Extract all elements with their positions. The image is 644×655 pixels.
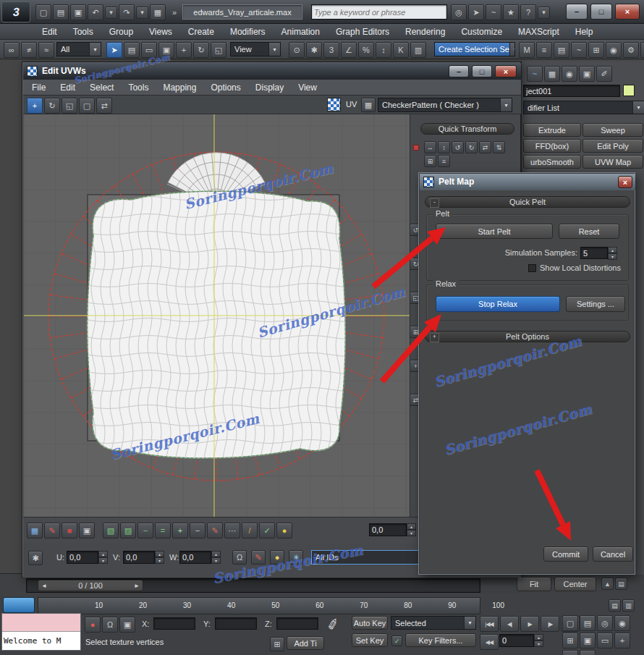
time-tag-grid-icon[interactable]: ⊞: [270, 637, 284, 651]
isolate-selection-icon[interactable]: ▢: [562, 615, 578, 631]
selection-set-keying-dropdown[interactable]: Selected▾: [391, 616, 476, 630]
fit-button[interactable]: Fit: [517, 577, 551, 591]
curve-editor-icon[interactable]: ~: [571, 42, 587, 58]
object-name-field[interactable]: ject001: [523, 85, 620, 97]
freeze-snowflake-icon[interactable]: ✳: [289, 550, 303, 565]
redo-icon[interactable]: ↷: [119, 4, 135, 20]
qt-move-v-icon[interactable]: ↕: [438, 141, 450, 153]
chevron-down-icon[interactable]: ▾: [464, 617, 475, 629]
expand-plus-icon[interactable]: +: [430, 333, 439, 342]
pen-icon[interactable]: ✐: [325, 614, 341, 635]
absolute-offset-icon[interactable]: ▣: [119, 617, 135, 633]
current-frame-field[interactable]: [499, 634, 534, 647]
modifier-turbosmooth-button[interactable]: urboSmooth: [523, 155, 581, 169]
close-button[interactable]: ×: [615, 4, 640, 20]
menu-create[interactable]: Create: [188, 27, 214, 37]
redo-dropdown-icon[interactable]: ▾: [136, 7, 148, 19]
start-pelt-button[interactable]: Start Pelt: [436, 224, 553, 239]
euv-menu-options[interactable]: Options: [211, 83, 240, 93]
zoom-all-icon[interactable]: ◉: [614, 615, 630, 631]
align-icon[interactable]: ≡: [536, 42, 552, 58]
window-crossing-icon[interactable]: ▣: [158, 42, 174, 58]
simulation-samples-spinner[interactable]: ▴▾: [608, 247, 617, 259]
falloff-spinner[interactable]: ▴▾: [407, 523, 416, 536]
open-file-icon[interactable]: ▤: [53, 4, 69, 20]
time-slider-left-icon[interactable]: ◄: [41, 583, 47, 589]
copy-uv-icon[interactable]: ▣: [79, 523, 95, 538]
modifier-extrude-button[interactable]: Extrude: [523, 123, 581, 137]
next-frame-icon[interactable]: |▶: [541, 616, 559, 632]
mini-curve-editor-button[interactable]: [3, 597, 35, 613]
modifier-ffd-button[interactable]: FFD(box): [523, 139, 581, 153]
target-weld-icon[interactable]: +: [172, 523, 188, 538]
display-filter-icon[interactable]: ▤: [580, 615, 596, 631]
reset-button[interactable]: Reset: [559, 224, 619, 239]
move-uv-icon[interactable]: +: [27, 98, 43, 114]
quick-transform-rollout[interactable]: Quick Transform: [420, 123, 514, 135]
zoom-extents-all-icon[interactable]: ▣: [580, 633, 596, 648]
show-end-result-icon[interactable]: ▦: [544, 66, 560, 82]
remove-modifier-icon[interactable]: ▣: [579, 66, 595, 82]
pelt-map-titlebar[interactable]: Pelt Map ×: [420, 174, 635, 190]
center-button[interactable]: Center: [554, 577, 596, 591]
edit-uvws-close-button[interactable]: ×: [495, 65, 517, 77]
key-check-icon[interactable]: ✓: [391, 635, 402, 646]
qt-rotate-cw-icon[interactable]: ↻: [465, 141, 478, 153]
material-editor-icon[interactable]: ◉: [606, 42, 622, 58]
named-selection-set-dropdown[interactable]: Create Selection Se▾: [434, 42, 515, 56]
make-unique-icon[interactable]: ◉: [562, 66, 577, 82]
weld-selected-icon[interactable]: =: [155, 523, 171, 538]
selection-filter-dropdown[interactable]: All▾: [56, 42, 101, 56]
chevron-down-icon[interactable]: ▾: [500, 98, 512, 111]
menu-modifiers[interactable]: Modifiers: [230, 27, 266, 37]
euv-menu-view[interactable]: View: [298, 83, 317, 93]
paint-select-icon[interactable]: ✎: [44, 523, 60, 538]
save-file-icon[interactable]: ▣: [70, 4, 86, 20]
collapse-minus-icon[interactable]: -: [430, 198, 439, 208]
track-bar-ruler[interactable]: 102030405060708090100: [38, 597, 480, 614]
chevron-down-icon[interactable]: ▾: [89, 43, 101, 56]
scale-uv-icon[interactable]: ◱: [62, 98, 77, 114]
v-spinner[interactable]: ▴▾: [155, 551, 164, 564]
previous-key-icon[interactable]: ◀◀: [480, 634, 499, 650]
x-coordinate-field[interactable]: [153, 617, 195, 630]
checker-pattern-dropdown[interactable]: CheckerPattern ( Checker )▾: [378, 98, 512, 112]
cancel-button[interactable]: Cancel: [593, 546, 633, 562]
fit-grid-icon[interactable]: ▤: [615, 578, 627, 590]
zoom-region-icon[interactable]: ▭: [597, 633, 613, 648]
select-object-icon[interactable]: ➤: [106, 42, 122, 58]
show-local-distortions-checkbox[interactable]: [528, 264, 536, 272]
edit-uvws-minimize-button[interactable]: –: [449, 65, 469, 77]
u-spinner[interactable]: ▴▾: [98, 551, 108, 564]
euv-menu-display[interactable]: Display: [255, 83, 284, 93]
paint-brush-icon[interactable]: ✎: [251, 550, 266, 565]
w-value-field[interactable]: [179, 551, 211, 564]
chevron-down-icon[interactable]: ▾: [632, 101, 644, 114]
falloff-value-field[interactable]: [369, 523, 407, 536]
euv-menu-mapping[interactable]: Mapping: [163, 83, 196, 93]
time-slider-right-icon[interactable]: ►: [134, 583, 140, 589]
frame-spinner[interactable]: ▴▾: [534, 634, 543, 647]
spinner-snap-icon[interactable]: ↕: [376, 42, 391, 58]
euv-menu-tools[interactable]: Tools: [128, 83, 148, 93]
menu-tools[interactable]: Tools: [73, 27, 93, 37]
menu-animation[interactable]: Animation: [281, 27, 320, 37]
select-and-rotate-icon[interactable]: ↻: [193, 42, 209, 58]
menu-views[interactable]: Views: [149, 27, 172, 37]
key-filters-button[interactable]: Key Filters...: [405, 633, 476, 647]
modifier-sweep-button[interactable]: Sweep: [582, 123, 643, 137]
cut-tool-icon[interactable]: /: [242, 523, 258, 538]
highlight-lamp-icon[interactable]: ●: [270, 550, 284, 565]
show-map-icon[interactable]: [327, 98, 341, 111]
trackbar-filter-icon[interactable]: ▤: [609, 599, 621, 612]
auto-key-button[interactable]: Auto Key: [352, 616, 388, 630]
select-and-link-icon[interactable]: ∞: [4, 42, 20, 58]
y-coordinate-field[interactable]: [215, 617, 257, 630]
go-to-start-icon[interactable]: |◀◀: [480, 616, 499, 632]
z-coordinate-field[interactable]: [276, 617, 318, 630]
render-icon[interactable]: ●: [640, 42, 644, 58]
select-by-name-icon[interactable]: ▤: [124, 42, 140, 58]
simulation-samples-field[interactable]: [580, 247, 608, 259]
stitch-custom-icon[interactable]: ▨: [120, 523, 136, 538]
euv-menu-file[interactable]: File: [32, 83, 46, 93]
